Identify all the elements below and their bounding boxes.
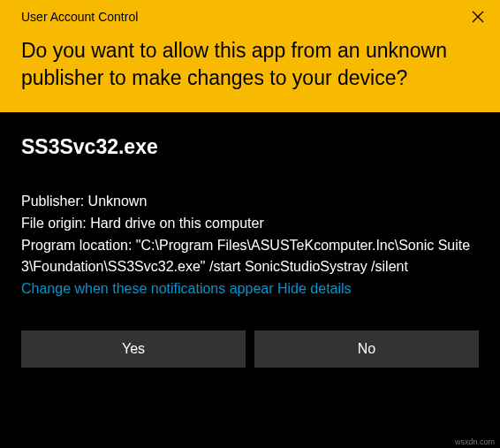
uac-dialog: User Account Control Do you want to allo… bbox=[0, 0, 500, 448]
file-origin-line: File origin: Hard drive on this computer bbox=[21, 213, 479, 234]
watermark: wsxdn.com bbox=[455, 437, 495, 446]
publisher-value: Unknown bbox=[88, 194, 148, 209]
no-button[interactable]: No bbox=[254, 330, 479, 368]
dialog-header: User Account Control Do you want to allo… bbox=[0, 0, 500, 112]
button-row: Yes No bbox=[0, 330, 500, 382]
change-notifications-link[interactable]: Change when these notifications appear bbox=[21, 281, 274, 297]
yes-button[interactable]: Yes bbox=[21, 330, 246, 368]
publisher-line: Publisher: Unknown bbox=[21, 191, 479, 212]
program-location-line: Program location: "C:\Program Files\ASUS… bbox=[21, 235, 479, 277]
title-bar: User Account Control bbox=[21, 9, 486, 25]
program-name: SS3Svc32.exe bbox=[21, 135, 479, 159]
origin-value: Hard drive on this computer bbox=[90, 216, 264, 231]
publisher-label: Publisher: bbox=[21, 194, 88, 209]
dialog-body: SS3Svc32.exe Publisher: Unknown File ori… bbox=[0, 112, 500, 330]
window-title: User Account Control bbox=[21, 10, 138, 24]
location-label: Program location: bbox=[21, 238, 136, 253]
hide-details-link[interactable]: Hide details bbox=[277, 281, 352, 297]
origin-label: File origin: bbox=[21, 216, 90, 231]
uac-heading: Do you want to allow this app from an un… bbox=[21, 37, 486, 93]
close-icon[interactable] bbox=[470, 9, 486, 25]
